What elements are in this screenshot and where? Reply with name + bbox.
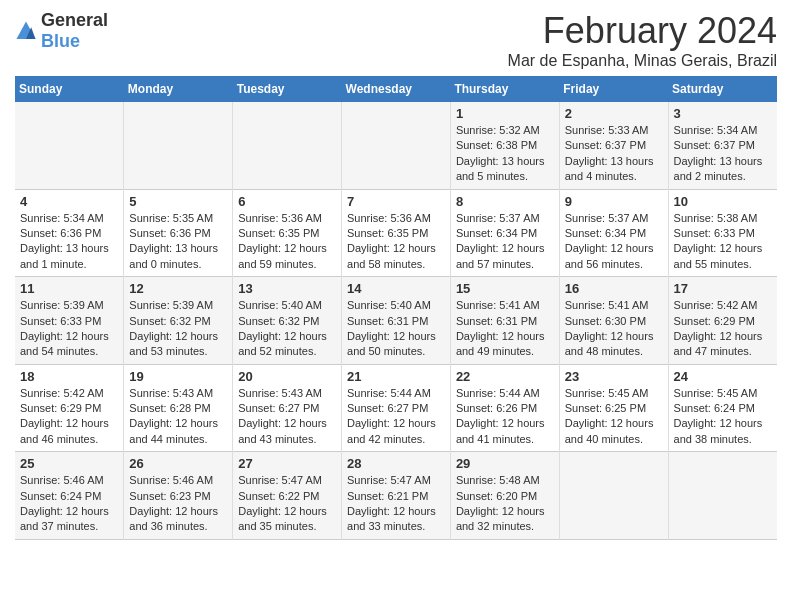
weekday-header-tuesday: Tuesday	[233, 76, 342, 102]
calendar-cell	[233, 102, 342, 189]
calendar-cell: 8Sunrise: 5:37 AM Sunset: 6:34 PM Daylig…	[450, 189, 559, 277]
day-info: Sunrise: 5:44 AM Sunset: 6:27 PM Dayligh…	[347, 386, 445, 448]
day-number: 1	[456, 106, 554, 121]
day-info: Sunrise: 5:45 AM Sunset: 6:25 PM Dayligh…	[565, 386, 663, 448]
calendar-cell: 27Sunrise: 5:47 AM Sunset: 6:22 PM Dayli…	[233, 452, 342, 540]
calendar-week-row: 25Sunrise: 5:46 AM Sunset: 6:24 PM Dayli…	[15, 452, 777, 540]
day-number: 12	[129, 281, 227, 296]
day-info: Sunrise: 5:47 AM Sunset: 6:22 PM Dayligh…	[238, 473, 336, 535]
day-number: 23	[565, 369, 663, 384]
calendar-cell: 15Sunrise: 5:41 AM Sunset: 6:31 PM Dayli…	[450, 277, 559, 365]
day-info: Sunrise: 5:48 AM Sunset: 6:20 PM Dayligh…	[456, 473, 554, 535]
day-number: 15	[456, 281, 554, 296]
calendar-cell: 24Sunrise: 5:45 AM Sunset: 6:24 PM Dayli…	[668, 364, 777, 452]
day-number: 7	[347, 194, 445, 209]
day-number: 11	[20, 281, 118, 296]
calendar-week-row: 1Sunrise: 5:32 AM Sunset: 6:38 PM Daylig…	[15, 102, 777, 189]
day-number: 14	[347, 281, 445, 296]
day-number: 4	[20, 194, 118, 209]
day-info: Sunrise: 5:37 AM Sunset: 6:34 PM Dayligh…	[565, 211, 663, 273]
day-info: Sunrise: 5:46 AM Sunset: 6:23 PM Dayligh…	[129, 473, 227, 535]
day-info: Sunrise: 5:43 AM Sunset: 6:27 PM Dayligh…	[238, 386, 336, 448]
day-info: Sunrise: 5:33 AM Sunset: 6:37 PM Dayligh…	[565, 123, 663, 185]
logo-icon	[15, 20, 37, 42]
day-number: 22	[456, 369, 554, 384]
calendar-cell: 21Sunrise: 5:44 AM Sunset: 6:27 PM Dayli…	[342, 364, 451, 452]
weekday-header-saturday: Saturday	[668, 76, 777, 102]
day-info: Sunrise: 5:36 AM Sunset: 6:35 PM Dayligh…	[347, 211, 445, 273]
calendar-week-row: 4Sunrise: 5:34 AM Sunset: 6:36 PM Daylig…	[15, 189, 777, 277]
day-info: Sunrise: 5:42 AM Sunset: 6:29 PM Dayligh…	[20, 386, 118, 448]
day-info: Sunrise: 5:43 AM Sunset: 6:28 PM Dayligh…	[129, 386, 227, 448]
day-info: Sunrise: 5:34 AM Sunset: 6:37 PM Dayligh…	[674, 123, 772, 185]
title-section: February 2024 Mar de Espanha, Minas Gera…	[508, 10, 777, 70]
weekday-header-thursday: Thursday	[450, 76, 559, 102]
weekday-header-sunday: Sunday	[15, 76, 124, 102]
page-header: General Blue February 2024 Mar de Espanh…	[15, 10, 777, 70]
day-number: 9	[565, 194, 663, 209]
calendar-subtitle: Mar de Espanha, Minas Gerais, Brazil	[508, 52, 777, 70]
day-number: 24	[674, 369, 772, 384]
calendar-cell: 20Sunrise: 5:43 AM Sunset: 6:27 PM Dayli…	[233, 364, 342, 452]
day-info: Sunrise: 5:42 AM Sunset: 6:29 PM Dayligh…	[674, 298, 772, 360]
day-info: Sunrise: 5:38 AM Sunset: 6:33 PM Dayligh…	[674, 211, 772, 273]
calendar-cell: 17Sunrise: 5:42 AM Sunset: 6:29 PM Dayli…	[668, 277, 777, 365]
calendar-cell: 3Sunrise: 5:34 AM Sunset: 6:37 PM Daylig…	[668, 102, 777, 189]
day-number: 18	[20, 369, 118, 384]
day-number: 26	[129, 456, 227, 471]
logo-blue-text: Blue	[41, 31, 80, 51]
calendar-cell: 6Sunrise: 5:36 AM Sunset: 6:35 PM Daylig…	[233, 189, 342, 277]
day-info: Sunrise: 5:47 AM Sunset: 6:21 PM Dayligh…	[347, 473, 445, 535]
day-info: Sunrise: 5:36 AM Sunset: 6:35 PM Dayligh…	[238, 211, 336, 273]
day-number: 17	[674, 281, 772, 296]
day-number: 5	[129, 194, 227, 209]
day-number: 16	[565, 281, 663, 296]
day-info: Sunrise: 5:39 AM Sunset: 6:33 PM Dayligh…	[20, 298, 118, 360]
calendar-cell: 22Sunrise: 5:44 AM Sunset: 6:26 PM Dayli…	[450, 364, 559, 452]
day-info: Sunrise: 5:46 AM Sunset: 6:24 PM Dayligh…	[20, 473, 118, 535]
calendar-cell: 26Sunrise: 5:46 AM Sunset: 6:23 PM Dayli…	[124, 452, 233, 540]
calendar-cell: 7Sunrise: 5:36 AM Sunset: 6:35 PM Daylig…	[342, 189, 451, 277]
day-info: Sunrise: 5:44 AM Sunset: 6:26 PM Dayligh…	[456, 386, 554, 448]
calendar-cell	[124, 102, 233, 189]
day-number: 27	[238, 456, 336, 471]
day-number: 28	[347, 456, 445, 471]
day-number: 25	[20, 456, 118, 471]
calendar-cell: 2Sunrise: 5:33 AM Sunset: 6:37 PM Daylig…	[559, 102, 668, 189]
calendar-cell: 12Sunrise: 5:39 AM Sunset: 6:32 PM Dayli…	[124, 277, 233, 365]
calendar-week-row: 11Sunrise: 5:39 AM Sunset: 6:33 PM Dayli…	[15, 277, 777, 365]
calendar-cell: 1Sunrise: 5:32 AM Sunset: 6:38 PM Daylig…	[450, 102, 559, 189]
day-number: 8	[456, 194, 554, 209]
day-number: 3	[674, 106, 772, 121]
calendar-cell	[15, 102, 124, 189]
calendar-cell	[668, 452, 777, 540]
calendar-cell: 11Sunrise: 5:39 AM Sunset: 6:33 PM Dayli…	[15, 277, 124, 365]
day-info: Sunrise: 5:40 AM Sunset: 6:31 PM Dayligh…	[347, 298, 445, 360]
day-info: Sunrise: 5:37 AM Sunset: 6:34 PM Dayligh…	[456, 211, 554, 273]
day-info: Sunrise: 5:41 AM Sunset: 6:30 PM Dayligh…	[565, 298, 663, 360]
calendar-cell: 16Sunrise: 5:41 AM Sunset: 6:30 PM Dayli…	[559, 277, 668, 365]
calendar-cell: 13Sunrise: 5:40 AM Sunset: 6:32 PM Dayli…	[233, 277, 342, 365]
calendar-cell: 29Sunrise: 5:48 AM Sunset: 6:20 PM Dayli…	[450, 452, 559, 540]
calendar-cell	[342, 102, 451, 189]
day-number: 21	[347, 369, 445, 384]
calendar-cell: 19Sunrise: 5:43 AM Sunset: 6:28 PM Dayli…	[124, 364, 233, 452]
day-info: Sunrise: 5:40 AM Sunset: 6:32 PM Dayligh…	[238, 298, 336, 360]
calendar-cell: 23Sunrise: 5:45 AM Sunset: 6:25 PM Dayli…	[559, 364, 668, 452]
day-info: Sunrise: 5:34 AM Sunset: 6:36 PM Dayligh…	[20, 211, 118, 273]
weekday-header-friday: Friday	[559, 76, 668, 102]
weekday-header-monday: Monday	[124, 76, 233, 102]
calendar-cell: 10Sunrise: 5:38 AM Sunset: 6:33 PM Dayli…	[668, 189, 777, 277]
day-number: 20	[238, 369, 336, 384]
day-number: 2	[565, 106, 663, 121]
calendar-cell	[559, 452, 668, 540]
day-number: 19	[129, 369, 227, 384]
calendar-table: SundayMondayTuesdayWednesdayThursdayFrid…	[15, 76, 777, 540]
calendar-cell: 18Sunrise: 5:42 AM Sunset: 6:29 PM Dayli…	[15, 364, 124, 452]
calendar-cell: 28Sunrise: 5:47 AM Sunset: 6:21 PM Dayli…	[342, 452, 451, 540]
logo: General Blue	[15, 10, 108, 52]
day-number: 10	[674, 194, 772, 209]
logo-general-text: General	[41, 10, 108, 30]
weekday-header-row: SundayMondayTuesdayWednesdayThursdayFrid…	[15, 76, 777, 102]
day-number: 29	[456, 456, 554, 471]
